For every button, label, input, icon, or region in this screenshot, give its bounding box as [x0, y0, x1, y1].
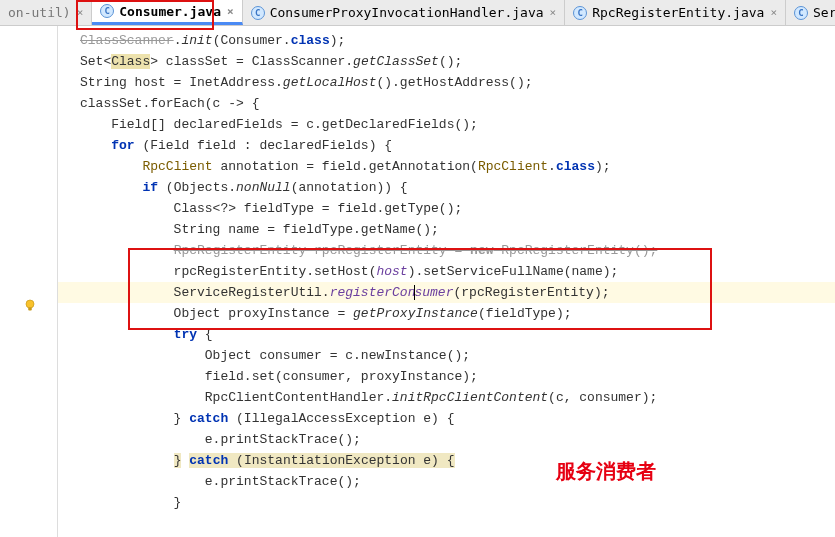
java-class-icon: C: [573, 6, 587, 20]
tab-label: Consumer.java: [119, 4, 221, 19]
tab-label: RpcRegisterEntity.java: [592, 5, 764, 20]
tab-label: ConsumerProxyInvocationHandler.java: [270, 5, 544, 20]
java-class-icon: C: [100, 4, 114, 18]
tab-fragment[interactable]: on-util) ×: [0, 0, 92, 25]
close-icon[interactable]: ×: [770, 6, 777, 19]
svg-rect-1: [28, 308, 32, 311]
svg-point-0: [26, 300, 34, 308]
tab-service-register[interactable]: C ServiceRegister: [786, 0, 835, 25]
editor-tabs: on-util) × C Consumer.java × C ConsumerP…: [0, 0, 835, 26]
tab-consumer[interactable]: C Consumer.java ×: [92, 0, 242, 25]
code-area[interactable]: ClassScanner.init(Consumer.class); Set<C…: [58, 26, 835, 513]
tab-register-entity[interactable]: C RpcRegisterEntity.java ×: [565, 0, 786, 25]
editor-gutter: [0, 26, 58, 537]
java-class-icon: C: [794, 6, 808, 20]
intention-bulb-icon[interactable]: [22, 298, 38, 314]
close-icon[interactable]: ×: [550, 6, 557, 19]
tab-label: ServiceRegister: [813, 5, 835, 20]
annotation-label: 服务消费者: [556, 458, 656, 485]
code-editor[interactable]: ClassScanner.init(Consumer.class); Set<C…: [0, 26, 835, 537]
java-class-icon: C: [251, 6, 265, 20]
close-icon[interactable]: ×: [227, 5, 234, 18]
close-icon[interactable]: ×: [77, 6, 84, 19]
tab-proxy-handler[interactable]: C ConsumerProxyInvocationHandler.java ×: [243, 0, 566, 25]
tab-label: on-util): [8, 5, 71, 20]
